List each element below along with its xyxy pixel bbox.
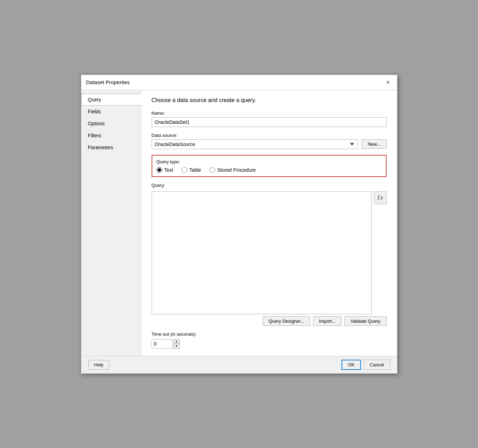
fx-button[interactable]: ƒx: [374, 191, 387, 204]
query-type-wrapper: Query type: Text Table Stored Procedu: [152, 155, 387, 177]
sidebar-item-options[interactable]: Options: [81, 118, 141, 130]
sidebar-item-fields[interactable]: Fields: [81, 106, 141, 118]
radio-text[interactable]: Text: [157, 167, 173, 173]
radio-storedproc[interactable]: Stored Procedure: [210, 167, 256, 173]
radio-text-label: Text: [164, 167, 173, 173]
timeout-decrement[interactable]: ▼: [173, 344, 180, 349]
footer-right: OK Cancel: [342, 360, 390, 370]
radio-table[interactable]: Table: [181, 167, 201, 173]
radio-storedproc-input[interactable]: [210, 167, 215, 173]
query-label: Query:: [152, 183, 387, 188]
radio-group: Text Table Stored Procedure: [157, 167, 382, 173]
dataset-properties-dialog: Dataset Properties × Query Fields Option…: [81, 75, 397, 374]
datasource-select[interactable]: OracleDataSource: [152, 139, 358, 149]
dialog-title: Dataset Properties: [86, 79, 130, 85]
timeout-label: Time out (in seconds):: [152, 332, 387, 337]
radio-table-label: Table: [189, 167, 201, 173]
timeout-spinner: ▲ ▼: [173, 339, 180, 349]
name-label: Name:: [152, 111, 387, 116]
new-button[interactable]: New...: [362, 139, 386, 149]
radio-text-input[interactable]: [157, 167, 162, 173]
cancel-button[interactable]: Cancel: [364, 360, 390, 370]
main-content: Choose a data source and create a query.…: [141, 90, 397, 356]
sidebar-item-filters[interactable]: Filters: [81, 130, 141, 141]
datasource-label: Data source:: [152, 133, 387, 138]
query-section: Query: ƒx Query Designer... Import... Va…: [152, 183, 387, 326]
query-designer-button[interactable]: Query Designer...: [263, 316, 310, 326]
query-type-section: Query type: Text Table Stored Procedu: [152, 155, 387, 177]
query-area-container: ƒx: [152, 191, 387, 314]
query-textarea[interactable]: [152, 191, 372, 314]
import-button[interactable]: Import...: [313, 316, 342, 326]
datasource-row: OracleDataSource New...: [152, 139, 387, 149]
radio-storedproc-label: Stored Procedure: [217, 167, 256, 173]
name-input[interactable]: [152, 117, 387, 127]
datasource-section: Data source: OracleDataSource New...: [152, 133, 387, 149]
name-section: Name:: [152, 111, 387, 127]
query-buttons: Query Designer... Import... Validate Que…: [152, 316, 387, 326]
dialog-footer: Help OK Cancel: [81, 356, 397, 373]
query-type-label: Query type:: [157, 159, 382, 164]
sidebar-item-parameters[interactable]: Parameters: [81, 141, 141, 153]
sidebar-item-query[interactable]: Query: [81, 94, 141, 106]
close-button[interactable]: ×: [384, 78, 392, 86]
radio-table-input[interactable]: [181, 167, 187, 173]
validate-query-button[interactable]: Validate Query: [344, 316, 386, 326]
timeout-input[interactable]: [152, 339, 173, 348]
title-bar: Dataset Properties ×: [81, 75, 397, 90]
sidebar: Query Fields Options Filters Parameters: [81, 90, 141, 356]
timeout-input-row: ▲ ▼: [152, 339, 387, 349]
dialog-body: Query Fields Options Filters Parameters …: [81, 90, 397, 356]
ok-button[interactable]: OK: [342, 360, 361, 370]
section-heading: Choose a data source and create a query.: [152, 97, 387, 103]
help-button[interactable]: Help: [88, 360, 110, 370]
timeout-increment[interactable]: ▲: [173, 339, 180, 344]
timeout-section: Time out (in seconds): ▲ ▼: [152, 332, 387, 349]
